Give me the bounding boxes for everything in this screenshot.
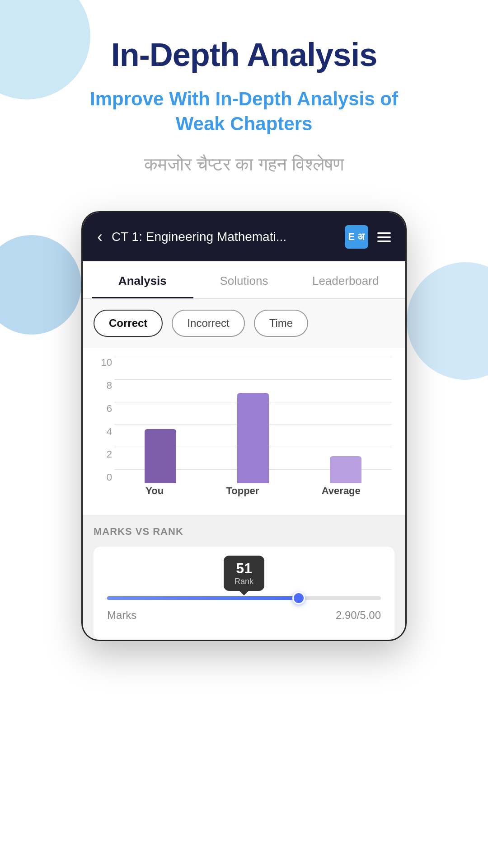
slider-track (107, 596, 381, 600)
tab-solutions[interactable]: Solutions (193, 261, 295, 298)
marks-rank-section: MARKS VS RANK 51 Rank (83, 515, 405, 640)
y-label-6: 6 (96, 403, 112, 415)
y-label-10: 10 (96, 357, 112, 368)
y-label-0: 0 (96, 472, 112, 483)
filter-incorrect[interactable]: Incorrect (172, 310, 244, 337)
slider-thumb[interactable] (292, 592, 305, 604)
marks-value: 2.90/5.00 (336, 609, 381, 622)
page-main-title: In-Depth Analysis (111, 36, 377, 73)
filter-buttons-container: Correct Incorrect Time (83, 299, 405, 348)
filter-correct[interactable]: Correct (94, 310, 163, 337)
rank-label: Rank (233, 577, 255, 586)
bar-topper-group (237, 393, 269, 483)
bar-average-group (330, 456, 361, 483)
menu-line-1 (377, 232, 391, 234)
slider-info: Marks 2.90/5.00 (107, 609, 381, 626)
bar-average (330, 456, 361, 483)
bar-you-group (145, 429, 176, 483)
tab-leaderboard[interactable]: Leaderboard (295, 261, 396, 298)
bar-label-you: You (145, 485, 164, 497)
chart-area: 0 2 4 6 8 10 (83, 348, 405, 515)
bar-topper (237, 393, 269, 483)
slider-container (107, 596, 381, 600)
menu-button[interactable] (377, 232, 391, 242)
bar-you (145, 429, 176, 483)
bar-label-average: Average (322, 485, 361, 497)
phone-mockup: ‹ CT 1: Engineering Mathemati... E अ Ana… (81, 211, 407, 641)
page-subtitle: Improve With In-Depth Analysis of Weak C… (63, 87, 425, 136)
marks-rank-title: MARKS VS RANK (94, 526, 394, 538)
header-title: CT 1: Engineering Mathemati... (112, 230, 336, 244)
y-label-4: 4 (96, 426, 112, 438)
marks-label: Marks (107, 609, 136, 622)
bar-label-topper: Topper (226, 485, 259, 497)
back-button[interactable]: ‹ (97, 227, 103, 246)
menu-line-2 (377, 236, 391, 238)
rank-number: 51 (233, 560, 255, 577)
app-header: ‹ CT 1: Engineering Mathemati... E अ (83, 212, 405, 261)
tab-analysis[interactable]: Analysis (92, 261, 193, 298)
y-label-2: 2 (96, 448, 112, 460)
brand-icon: E अ (345, 225, 368, 249)
menu-line-3 (377, 241, 391, 242)
filter-time[interactable]: Time (254, 310, 308, 337)
y-label-8: 8 (96, 380, 112, 392)
slider-fill (107, 596, 299, 600)
rank-tooltip: 51 Rank (224, 556, 264, 591)
tabs-container: Analysis Solutions Leaderboard (83, 261, 405, 299)
marks-rank-card: 51 Rank Marks 2.90/5.00 (94, 547, 394, 640)
hindi-subtitle: कमजोर चैप्टर का गहन विश्लेषण (144, 154, 343, 175)
